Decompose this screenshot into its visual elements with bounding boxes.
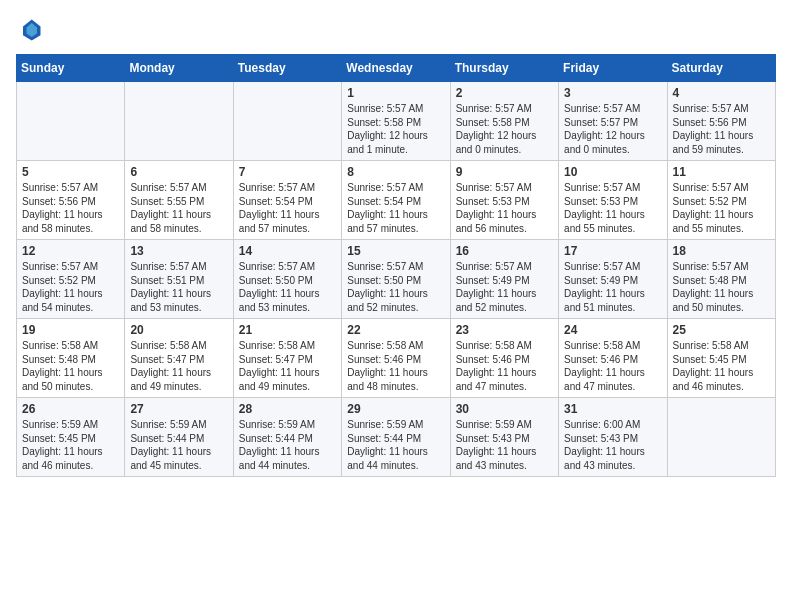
calendar-cell: 27Sunrise: 5:59 AM Sunset: 5:44 PM Dayli…	[125, 398, 233, 477]
column-header-monday: Monday	[125, 55, 233, 82]
page-header	[16, 16, 776, 44]
calendar-week-4: 19Sunrise: 5:58 AM Sunset: 5:48 PM Dayli…	[17, 319, 776, 398]
calendar-cell: 16Sunrise: 5:57 AM Sunset: 5:49 PM Dayli…	[450, 240, 558, 319]
calendar-cell: 6Sunrise: 5:57 AM Sunset: 5:55 PM Daylig…	[125, 161, 233, 240]
day-number: 30	[456, 402, 553, 416]
day-info: Sunrise: 5:58 AM Sunset: 5:45 PM Dayligh…	[673, 339, 770, 393]
calendar-cell: 1Sunrise: 5:57 AM Sunset: 5:58 PM Daylig…	[342, 82, 450, 161]
calendar-cell: 20Sunrise: 5:58 AM Sunset: 5:47 PM Dayli…	[125, 319, 233, 398]
logo	[16, 16, 48, 44]
calendar-week-5: 26Sunrise: 5:59 AM Sunset: 5:45 PM Dayli…	[17, 398, 776, 477]
calendar-cell: 23Sunrise: 5:58 AM Sunset: 5:46 PM Dayli…	[450, 319, 558, 398]
day-info: Sunrise: 5:58 AM Sunset: 5:47 PM Dayligh…	[130, 339, 227, 393]
day-number: 15	[347, 244, 444, 258]
day-number: 10	[564, 165, 661, 179]
day-info: Sunrise: 5:57 AM Sunset: 5:58 PM Dayligh…	[456, 102, 553, 156]
day-number: 4	[673, 86, 770, 100]
day-info: Sunrise: 5:59 AM Sunset: 5:44 PM Dayligh…	[130, 418, 227, 472]
day-info: Sunrise: 5:57 AM Sunset: 5:52 PM Dayligh…	[22, 260, 119, 314]
calendar-table: SundayMondayTuesdayWednesdayThursdayFrid…	[16, 54, 776, 477]
day-number: 16	[456, 244, 553, 258]
day-number: 8	[347, 165, 444, 179]
day-info: Sunrise: 5:58 AM Sunset: 5:46 PM Dayligh…	[347, 339, 444, 393]
day-info: Sunrise: 5:57 AM Sunset: 5:49 PM Dayligh…	[456, 260, 553, 314]
calendar-week-1: 1Sunrise: 5:57 AM Sunset: 5:58 PM Daylig…	[17, 82, 776, 161]
day-info: Sunrise: 5:57 AM Sunset: 5:50 PM Dayligh…	[347, 260, 444, 314]
day-info: Sunrise: 5:57 AM Sunset: 5:57 PM Dayligh…	[564, 102, 661, 156]
day-number: 14	[239, 244, 336, 258]
calendar-cell: 26Sunrise: 5:59 AM Sunset: 5:45 PM Dayli…	[17, 398, 125, 477]
calendar-cell: 4Sunrise: 5:57 AM Sunset: 5:56 PM Daylig…	[667, 82, 775, 161]
calendar-cell: 21Sunrise: 5:58 AM Sunset: 5:47 PM Dayli…	[233, 319, 341, 398]
calendar-cell: 28Sunrise: 5:59 AM Sunset: 5:44 PM Dayli…	[233, 398, 341, 477]
calendar-cell: 17Sunrise: 5:57 AM Sunset: 5:49 PM Dayli…	[559, 240, 667, 319]
day-number: 7	[239, 165, 336, 179]
day-info: Sunrise: 5:58 AM Sunset: 5:46 PM Dayligh…	[456, 339, 553, 393]
day-number: 17	[564, 244, 661, 258]
day-info: Sunrise: 5:57 AM Sunset: 5:50 PM Dayligh…	[239, 260, 336, 314]
calendar-cell: 15Sunrise: 5:57 AM Sunset: 5:50 PM Dayli…	[342, 240, 450, 319]
day-number: 21	[239, 323, 336, 337]
day-number: 29	[347, 402, 444, 416]
day-number: 19	[22, 323, 119, 337]
day-info: Sunrise: 5:57 AM Sunset: 5:54 PM Dayligh…	[347, 181, 444, 235]
day-info: Sunrise: 5:59 AM Sunset: 5:44 PM Dayligh…	[239, 418, 336, 472]
day-info: Sunrise: 5:59 AM Sunset: 5:43 PM Dayligh…	[456, 418, 553, 472]
column-header-sunday: Sunday	[17, 55, 125, 82]
day-number: 13	[130, 244, 227, 258]
day-number: 11	[673, 165, 770, 179]
day-number: 6	[130, 165, 227, 179]
day-number: 5	[22, 165, 119, 179]
calendar-week-2: 5Sunrise: 5:57 AM Sunset: 5:56 PM Daylig…	[17, 161, 776, 240]
day-info: Sunrise: 5:57 AM Sunset: 5:53 PM Dayligh…	[564, 181, 661, 235]
column-header-friday: Friday	[559, 55, 667, 82]
column-header-thursday: Thursday	[450, 55, 558, 82]
calendar-cell: 30Sunrise: 5:59 AM Sunset: 5:43 PM Dayli…	[450, 398, 558, 477]
column-header-tuesday: Tuesday	[233, 55, 341, 82]
calendar-cell: 12Sunrise: 5:57 AM Sunset: 5:52 PM Dayli…	[17, 240, 125, 319]
day-info: Sunrise: 5:57 AM Sunset: 5:56 PM Dayligh…	[22, 181, 119, 235]
day-info: Sunrise: 5:57 AM Sunset: 5:56 PM Dayligh…	[673, 102, 770, 156]
calendar-cell: 7Sunrise: 5:57 AM Sunset: 5:54 PM Daylig…	[233, 161, 341, 240]
day-info: Sunrise: 5:59 AM Sunset: 5:44 PM Dayligh…	[347, 418, 444, 472]
calendar-cell: 11Sunrise: 5:57 AM Sunset: 5:52 PM Dayli…	[667, 161, 775, 240]
day-info: Sunrise: 5:58 AM Sunset: 5:47 PM Dayligh…	[239, 339, 336, 393]
day-number: 20	[130, 323, 227, 337]
day-info: Sunrise: 5:57 AM Sunset: 5:54 PM Dayligh…	[239, 181, 336, 235]
day-number: 2	[456, 86, 553, 100]
day-info: Sunrise: 5:58 AM Sunset: 5:48 PM Dayligh…	[22, 339, 119, 393]
day-number: 22	[347, 323, 444, 337]
calendar-cell: 19Sunrise: 5:58 AM Sunset: 5:48 PM Dayli…	[17, 319, 125, 398]
day-number: 12	[22, 244, 119, 258]
calendar-cell: 22Sunrise: 5:58 AM Sunset: 5:46 PM Dayli…	[342, 319, 450, 398]
day-number: 25	[673, 323, 770, 337]
day-number: 31	[564, 402, 661, 416]
day-number: 9	[456, 165, 553, 179]
calendar-cell: 25Sunrise: 5:58 AM Sunset: 5:45 PM Dayli…	[667, 319, 775, 398]
day-info: Sunrise: 5:57 AM Sunset: 5:48 PM Dayligh…	[673, 260, 770, 314]
day-info: Sunrise: 5:57 AM Sunset: 5:49 PM Dayligh…	[564, 260, 661, 314]
calendar-cell: 31Sunrise: 6:00 AM Sunset: 5:43 PM Dayli…	[559, 398, 667, 477]
calendar-cell: 9Sunrise: 5:57 AM Sunset: 5:53 PM Daylig…	[450, 161, 558, 240]
day-info: Sunrise: 5:57 AM Sunset: 5:53 PM Dayligh…	[456, 181, 553, 235]
day-number: 26	[22, 402, 119, 416]
day-info: Sunrise: 5:59 AM Sunset: 5:45 PM Dayligh…	[22, 418, 119, 472]
day-number: 27	[130, 402, 227, 416]
calendar-cell	[125, 82, 233, 161]
calendar-header-row: SundayMondayTuesdayWednesdayThursdayFrid…	[17, 55, 776, 82]
calendar-cell	[17, 82, 125, 161]
day-number: 28	[239, 402, 336, 416]
column-header-wednesday: Wednesday	[342, 55, 450, 82]
day-number: 3	[564, 86, 661, 100]
day-info: Sunrise: 5:58 AM Sunset: 5:46 PM Dayligh…	[564, 339, 661, 393]
day-number: 24	[564, 323, 661, 337]
logo-icon	[16, 16, 44, 44]
day-number: 23	[456, 323, 553, 337]
calendar-cell: 10Sunrise: 5:57 AM Sunset: 5:53 PM Dayli…	[559, 161, 667, 240]
day-info: Sunrise: 5:57 AM Sunset: 5:51 PM Dayligh…	[130, 260, 227, 314]
calendar-cell: 29Sunrise: 5:59 AM Sunset: 5:44 PM Dayli…	[342, 398, 450, 477]
calendar-cell: 18Sunrise: 5:57 AM Sunset: 5:48 PM Dayli…	[667, 240, 775, 319]
day-info: Sunrise: 5:57 AM Sunset: 5:52 PM Dayligh…	[673, 181, 770, 235]
calendar-cell: 13Sunrise: 5:57 AM Sunset: 5:51 PM Dayli…	[125, 240, 233, 319]
column-header-saturday: Saturday	[667, 55, 775, 82]
